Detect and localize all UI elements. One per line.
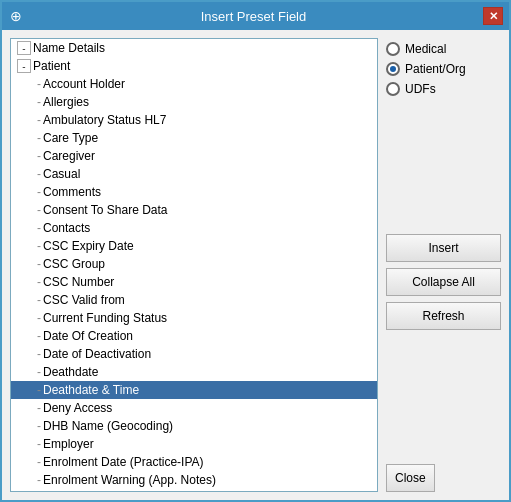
tree-item-label: Contacts [43, 221, 90, 235]
tree-item[interactable]: - Caregiver [11, 147, 377, 165]
tree-dash: - [37, 221, 41, 235]
tree-dash: - [37, 473, 41, 487]
tree-item[interactable]: - CSC Expiry Date [11, 237, 377, 255]
tree-item-label: CSC Number [43, 275, 114, 289]
window-title: Insert Preset Field [24, 9, 483, 24]
tree-item-label: Employer [43, 437, 94, 451]
radio-udfs-circle [386, 82, 400, 96]
tree-item[interactable]: - Consent To Share Data [11, 201, 377, 219]
tree-item[interactable]: - Account Holder [11, 75, 377, 93]
window-body: -Name Details-Patient- Account Holder- A… [2, 30, 509, 500]
tree-item[interactable]: - Deathdate [11, 363, 377, 381]
tree-dash: - [37, 131, 41, 145]
tree-item-label: Care Type [43, 131, 98, 145]
collapse-all-button[interactable]: Collapse All [386, 268, 501, 296]
radio-udfs-label: UDFs [405, 82, 436, 96]
tree-item-label: CSC Expiry Date [43, 239, 134, 253]
tree-item[interactable]: - CSC Group [11, 255, 377, 273]
tree-item-label: Account Holder [43, 77, 125, 91]
tree-expander[interactable]: - [17, 59, 31, 73]
tree-item-label: CSC Group [43, 257, 105, 271]
window-icon: ⊕ [8, 8, 24, 24]
close-button[interactable]: Close [386, 464, 435, 492]
insert-button[interactable]: Insert [386, 234, 501, 262]
tree-item-label: Ambulatory Status HL7 [43, 113, 166, 127]
close-btn-container: Close [386, 464, 501, 492]
tree-dash: - [37, 275, 41, 289]
tree-item-label: Date of Deactivation [43, 347, 151, 361]
tree-dash: - [37, 365, 41, 379]
tree-expander[interactable]: - [17, 41, 31, 55]
tree-item[interactable]: - Date of Deactivation [11, 345, 377, 363]
tree-dash: - [37, 257, 41, 271]
right-panel: Medical Patient/Org UDFs Insert Collapse… [386, 38, 501, 492]
tree-item-label: Allergies [43, 95, 89, 109]
tree-dash: - [37, 329, 41, 343]
tree-dash: - [37, 437, 41, 451]
tree-panel[interactable]: -Name Details-Patient- Account Holder- A… [10, 38, 378, 492]
tree-dash: - [37, 95, 41, 109]
radio-medical-circle [386, 42, 400, 56]
main-window: ⊕ Insert Preset Field ✕ -Name Details-Pa… [0, 0, 511, 502]
tree-item[interactable]: - Comments [11, 183, 377, 201]
tree-item-label: Consent To Share Data [43, 203, 168, 217]
tree-item-label: Current Funding Status [43, 311, 167, 325]
tree-item[interactable]: - Date Of Creation [11, 327, 377, 345]
tree-item[interactable]: - Contacts [11, 219, 377, 237]
tree-dash: - [37, 293, 41, 307]
tree-item[interactable]: - DHB Name (Geocoding) [11, 417, 377, 435]
tree-item-label: DHB Name (Geocoding) [43, 419, 173, 433]
tree-item[interactable]: -Patient [11, 57, 377, 75]
tree-item[interactable]: - Ethnicity 1 [11, 489, 377, 492]
tree-dash: - [37, 239, 41, 253]
tree-item[interactable]: - Enrolment Date (Practice-IPA) [11, 453, 377, 471]
tree-dash: - [37, 167, 41, 181]
tree-dash: - [37, 149, 41, 163]
tree-dash: - [37, 203, 41, 217]
radio-medical[interactable]: Medical [386, 42, 501, 56]
tree-item-label: Patient [33, 59, 70, 73]
tree-item[interactable]: - Enrolment Warning (App. Notes) [11, 471, 377, 489]
tree-item[interactable]: - Care Type [11, 129, 377, 147]
tree-item[interactable]: - CSC Number [11, 273, 377, 291]
tree-item[interactable]: - Ambulatory Status HL7 [11, 111, 377, 129]
tree-item-label: Date Of Creation [43, 329, 133, 343]
tree-item[interactable]: - Casual [11, 165, 377, 183]
tree-item-label: Comments [43, 185, 101, 199]
radio-patient-org[interactable]: Patient/Org [386, 62, 501, 76]
radio-patient-org-label: Patient/Org [405, 62, 466, 76]
tree-item-label: Deathdate & Time [43, 383, 139, 397]
radio-medical-label: Medical [405, 42, 446, 56]
tree-dash: - [37, 77, 41, 91]
tree-dash: - [37, 491, 41, 492]
tree-item-label: Casual [43, 167, 80, 181]
tree-item-label: Enrolment Warning (App. Notes) [43, 473, 216, 487]
close-icon-btn[interactable]: ✕ [483, 7, 503, 25]
tree-dash: - [37, 185, 41, 199]
tree-item[interactable]: - Current Funding Status [11, 309, 377, 327]
tree-item[interactable]: - CSC Valid from [11, 291, 377, 309]
tree-item-label: Deny Access [43, 401, 112, 415]
tree-item[interactable]: - Deathdate & Time [11, 381, 377, 399]
tree-dash: - [37, 311, 41, 325]
tree-item[interactable]: -Name Details [11, 39, 377, 57]
tree-item-label: Deathdate [43, 365, 98, 379]
tree-dash: - [37, 455, 41, 469]
radio-patient-org-circle [386, 62, 400, 76]
tree-dash: - [37, 347, 41, 361]
tree-dash: - [37, 113, 41, 127]
tree-item[interactable]: - Employer [11, 435, 377, 453]
tree-dash: - [37, 401, 41, 415]
tree-dash: - [37, 419, 41, 433]
radio-group: Medical Patient/Org UDFs [386, 38, 501, 100]
tree-item-label: Caregiver [43, 149, 95, 163]
title-bar: ⊕ Insert Preset Field ✕ [2, 2, 509, 30]
tree-item-label: CSC Valid from [43, 293, 125, 307]
refresh-button[interactable]: Refresh [386, 302, 501, 330]
tree-item-label: Enrolment Date (Practice-IPA) [43, 455, 204, 469]
radio-udfs[interactable]: UDFs [386, 82, 501, 96]
tree-item[interactable]: - Deny Access [11, 399, 377, 417]
tree-dash: - [37, 383, 41, 397]
tree-item[interactable]: - Allergies [11, 93, 377, 111]
tree-item-label: Ethnicity 1 [43, 491, 98, 492]
